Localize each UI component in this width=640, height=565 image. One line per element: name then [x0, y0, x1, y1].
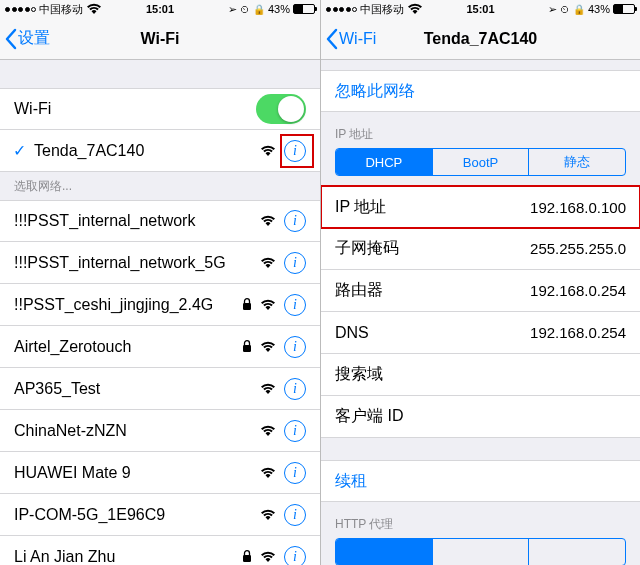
wifi-signal-icon [260, 383, 276, 395]
wifi-toggle[interactable] [256, 94, 306, 124]
field-key: 路由器 [335, 280, 530, 301]
network-row[interactable]: !!PSST_ceshi_jingjing_2.4Gi [0, 284, 320, 326]
network-name: HUAWEI Mate 9 [14, 464, 260, 482]
chevron-left-icon [4, 28, 18, 50]
network-row[interactable]: ChinaNet-zNZNi [0, 410, 320, 452]
wifi-signal-icon [260, 257, 276, 269]
connected-network-row[interactable]: ✓ Tenda_7AC140 i [0, 130, 320, 172]
ip-field-row[interactable]: 子网掩码255.255.255.0 [321, 228, 640, 270]
ip-field-row[interactable]: 搜索域 [321, 354, 640, 396]
field-key: 子网掩码 [335, 238, 530, 259]
ip-section-header: IP 地址 [321, 112, 640, 148]
forget-network-label: 忽略此网络 [335, 81, 626, 102]
back-button[interactable]: Wi-Fi [321, 28, 376, 50]
wifi-signal-icon [260, 425, 276, 437]
network-row[interactable]: IP-COM-5G_1E96C9i [0, 494, 320, 536]
ip-field-row[interactable]: 客户端 ID [321, 396, 640, 438]
back-label: 设置 [18, 28, 50, 49]
field-key: IP 地址 [335, 197, 530, 218]
info-icon[interactable]: i [284, 140, 306, 162]
network-name: !!PSST_ceshi_jingjing_2.4G [14, 296, 242, 314]
info-icon[interactable]: i [284, 504, 306, 526]
nav-bar: 设置 Wi-Fi [0, 18, 320, 60]
network-name: IP-COM-5G_1E96C9 [14, 506, 260, 524]
ip-field-row[interactable]: IP 地址192.168.0.100 [321, 186, 640, 228]
network-name: ChinaNet-zNZN [14, 422, 260, 440]
lock-icon [242, 550, 252, 563]
wifi-detail-screen: 中国移动 15:01 ➢ ⏲ 🔒 43% Wi-Fi Tenda_7AC140 … [320, 0, 640, 565]
back-button[interactable]: 设置 [0, 28, 50, 50]
nav-title: Tenda_7AC140 [424, 30, 538, 48]
status-bar: 中国移动 15:01 ➢ ⏲ 🔒 43% [321, 0, 640, 18]
ip-mode-segmented[interactable]: DHCP BootP 静态 [335, 148, 626, 176]
ip-field-row[interactable]: DNS192.168.0.254 [321, 312, 640, 354]
field-key: 搜索域 [335, 364, 626, 385]
tab-bootp[interactable]: BootP [433, 149, 530, 175]
network-row[interactable]: !!!PSST_internal_networki [0, 200, 320, 242]
checkmark-icon: ✓ [10, 141, 28, 160]
clock: 15:01 [466, 3, 494, 15]
svg-rect-2 [243, 555, 251, 562]
nav-title: Wi-Fi [141, 30, 180, 48]
wifi-toggle-row[interactable]: Wi-Fi [0, 88, 320, 130]
battery-pct: 43% [268, 3, 290, 15]
rotation-lock-icon: 🔒 [253, 4, 265, 15]
info-icon[interactable]: i [284, 378, 306, 400]
alarm-icon: ⏲ [560, 4, 570, 15]
info-icon[interactable]: i [284, 420, 306, 442]
renew-lease-label: 续租 [335, 471, 626, 492]
field-value: 192.168.0.254 [530, 282, 626, 299]
clock: 15:01 [146, 3, 174, 15]
wifi-signal-icon [260, 341, 276, 353]
compass-icon: ➢ [228, 3, 237, 16]
network-row[interactable]: HUAWEI Mate 9i [0, 452, 320, 494]
signal-dots-icon [5, 7, 36, 12]
wifi-signal-icon [260, 551, 276, 563]
chevron-left-icon [325, 28, 339, 50]
tab-static[interactable]: 静态 [529, 149, 625, 175]
tab-dhcp[interactable]: DHCP [336, 149, 433, 175]
signal-dots-icon [326, 7, 357, 12]
back-label: Wi-Fi [339, 30, 376, 48]
alarm-icon: ⏲ [240, 4, 250, 15]
forget-network-button[interactable]: 忽略此网络 [321, 70, 640, 112]
proxy-tab-3[interactable] [529, 539, 625, 565]
choose-network-header: 选取网络... [0, 172, 320, 200]
wifi-signal-icon [260, 509, 276, 521]
wifi-signal-icon [260, 299, 276, 311]
compass-icon: ➢ [548, 3, 557, 16]
network-name: AP365_Test [14, 380, 260, 398]
wifi-status-icon [407, 3, 423, 15]
info-icon[interactable]: i [284, 252, 306, 274]
wifi-signal-icon [260, 467, 276, 479]
network-name: Li An Jian Zhu [14, 548, 242, 566]
network-row[interactable]: Airtel_Zerotouchi [0, 326, 320, 368]
battery-icon [613, 4, 635, 14]
lock-icon [242, 340, 252, 353]
network-name: !!!PSST_internal_network [14, 212, 260, 230]
proxy-segmented[interactable] [335, 538, 626, 565]
renew-lease-button[interactable]: 续租 [321, 460, 640, 502]
info-icon[interactable]: i [284, 336, 306, 358]
proxy-tab-2[interactable] [433, 539, 530, 565]
network-row[interactable]: !!!PSST_internal_network_5Gi [0, 242, 320, 284]
wifi-signal-icon [260, 215, 276, 227]
svg-rect-1 [243, 345, 251, 352]
ip-field-row[interactable]: 路由器192.168.0.254 [321, 270, 640, 312]
svg-rect-0 [243, 303, 251, 310]
battery-icon [293, 4, 315, 14]
field-key: DNS [335, 324, 530, 342]
field-key: 客户端 ID [335, 406, 626, 427]
wifi-signal-icon [260, 145, 276, 157]
network-row[interactable]: AP365_Testi [0, 368, 320, 410]
info-icon[interactable]: i [284, 546, 306, 566]
network-row[interactable]: Li An Jian Zhui [0, 536, 320, 565]
battery-pct: 43% [588, 3, 610, 15]
info-icon[interactable]: i [284, 462, 306, 484]
wifi-list-screen: 中国移动 15:01 ➢ ⏲ 🔒 43% 设置 Wi-Fi Wi-Fi [0, 0, 320, 565]
lock-icon [242, 298, 252, 311]
proxy-tab-1[interactable] [336, 539, 433, 565]
info-icon[interactable]: i [284, 294, 306, 316]
status-bar: 中国移动 15:01 ➢ ⏲ 🔒 43% [0, 0, 320, 18]
info-icon[interactable]: i [284, 210, 306, 232]
